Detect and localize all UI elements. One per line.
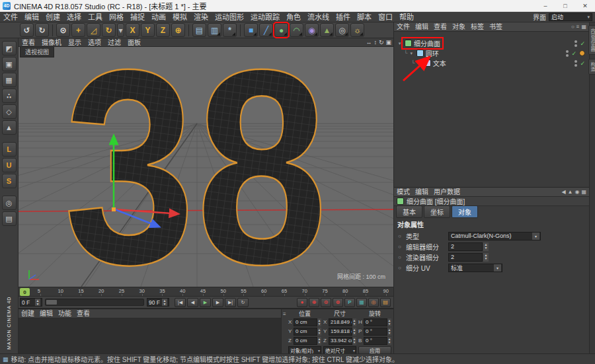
menubar-item-12[interactable]: 角色: [283, 12, 304, 22]
loop-button[interactable]: ↻: [237, 298, 249, 307]
coords-field[interactable]: 0 °: [364, 328, 387, 336]
property-field-2[interactable]: 2: [448, 253, 483, 262]
tab-对象[interactable]: 对象: [452, 205, 478, 218]
prev-frame-button[interactable]: ◀: [187, 298, 198, 307]
stepper-icon[interactable]: ▲▼: [317, 337, 321, 345]
edit-render-settings-button[interactable]: *: [223, 23, 237, 37]
make-editable-button[interactable]: ◩: [2, 41, 17, 55]
visibility-dots-icon[interactable]: [566, 50, 569, 57]
stepper-icon[interactable]: ▲▼: [317, 328, 321, 336]
add-spline-button[interactable]: ╱: [259, 23, 273, 37]
record-scale-button[interactable]: ⊙: [321, 298, 331, 307]
edge-tab-0[interactable]: 内容浏览器: [588, 25, 595, 55]
object-row[interactable]: └▾圆环✓: [394, 48, 589, 58]
coords-field[interactable]: 0 cm: [294, 318, 317, 326]
stepper-icon[interactable]: ▲▼: [483, 242, 489, 251]
menubar-item-7[interactable]: 动画: [148, 12, 169, 22]
object-38-mesh[interactable]: 38: [63, 47, 328, 287]
move-tool-button[interactable]: +: [71, 23, 85, 37]
viewport-menu-2[interactable]: 显示: [65, 38, 85, 47]
material-menu-0[interactable]: 创建: [19, 309, 37, 318]
viewport-canvas[interactable]: 38: [19, 47, 393, 287]
layer-icon[interactable]: ▦: [581, 24, 586, 30]
undo-button[interactable]: ↺: [20, 23, 34, 37]
coords-field[interactable]: 0 °: [364, 318, 387, 326]
tool-extra-button[interactable]: ▤: [2, 211, 17, 226]
visibility-dots-icon[interactable]: [575, 60, 577, 67]
minimize-button[interactable]: –: [536, 0, 555, 12]
enable-axis-button[interactable]: L: [2, 142, 17, 157]
object-main[interactable]: 细分曲面: [403, 38, 442, 48]
tab-基本[interactable]: 基本: [396, 205, 422, 218]
menubar-item-15[interactable]: 脚本: [354, 12, 375, 22]
toggle-panels-icon[interactable]: ▣: [385, 38, 391, 47]
menubar-item-0[interactable]: 文件: [0, 12, 21, 22]
current-frame-field[interactable]: 0 F ▲▼: [20, 298, 42, 307]
om-menu-0[interactable]: 文件: [394, 22, 413, 32]
polygons-mode-button[interactable]: ▲: [2, 120, 17, 135]
viewport-solo-button[interactable]: ◎: [2, 196, 17, 210]
edge-tab-1[interactable]: 构造: [588, 59, 595, 75]
add-light-button[interactable]: ☼: [350, 23, 364, 37]
close-button[interactable]: ✕: [575, 0, 595, 12]
viewport-menu-5[interactable]: 面板: [124, 38, 144, 47]
tab-坐标[interactable]: 坐标: [424, 205, 450, 218]
redo-button[interactable]: ↻: [35, 23, 49, 37]
add-camera-button[interactable]: ◎: [335, 23, 349, 37]
nav-back-icon[interactable]: ◀: [561, 189, 565, 195]
dolly-view-icon[interactable]: ↕: [374, 38, 377, 47]
enabled-check-icon[interactable]: ✓: [580, 40, 585, 47]
om-menu-4[interactable]: 标签: [468, 22, 487, 32]
menubar-item-10[interactable]: 运动图形: [212, 12, 247, 22]
texture-mode-button[interactable]: ▦: [2, 73, 17, 87]
add-floor-button[interactable]: ▲: [320, 23, 334, 37]
coords-field[interactable]: 0 cm: [294, 328, 317, 336]
perspective-viewport[interactable]: 查看摄像机显示选项过滤面板 ↔↕↻▣ 透视视图: [19, 38, 393, 287]
lock-icon[interactable]: ◉: [575, 189, 579, 195]
enable-snap-button[interactable]: U: [2, 158, 17, 172]
menubar-item-14[interactable]: 插件: [333, 12, 354, 22]
menubar-item-6[interactable]: 捕捉: [127, 12, 148, 22]
stepper-icon[interactable]: ▲▼: [387, 337, 391, 345]
keyframe-selection-button[interactable]: ▤: [380, 298, 391, 307]
keyframe-circle-icon[interactable]: ○: [398, 244, 406, 250]
keyframe-circle-icon[interactable]: ○: [398, 254, 406, 260]
menubar-item-9[interactable]: 渲染: [190, 12, 212, 22]
keyframe-circle-icon[interactable]: ○: [398, 265, 406, 271]
maximize-button[interactable]: □: [555, 0, 575, 12]
lock-z-axis-button[interactable]: Z: [156, 23, 170, 37]
recent-tools-button[interactable]: ▾: [117, 23, 124, 37]
stepper-icon[interactable]: ▲▼: [35, 299, 40, 306]
am-menu-1[interactable]: 编辑: [413, 188, 431, 197]
tag-icon[interactable]: [579, 50, 585, 56]
visibility-dots-icon[interactable]: [575, 40, 577, 47]
coords-field[interactable]: 218.849 cm: [329, 318, 352, 326]
stepper-icon[interactable]: ▲▼: [352, 328, 356, 336]
am-menu-2[interactable]: 用户数据: [431, 188, 463, 197]
menubar-item-16[interactable]: 窗口: [375, 12, 396, 22]
lock-y-axis-button[interactable]: Y: [141, 23, 155, 37]
viewport-menu-0[interactable]: 查看: [19, 38, 38, 47]
add-deformer-button[interactable]: ◠: [290, 23, 303, 37]
menubar-item-4[interactable]: 工具: [85, 12, 106, 22]
menubar-item-5[interactable]: 网格: [106, 12, 127, 22]
axis-origin[interactable]: [112, 207, 116, 211]
om-menu-2[interactable]: 查看: [431, 22, 450, 32]
preview-range-slider[interactable]: [45, 299, 144, 306]
viewport-tab[interactable]: 透视视图: [20, 47, 54, 57]
expand-icon[interactable]: ▾: [397, 41, 403, 46]
material-menu-1[interactable]: 编辑: [37, 309, 56, 318]
render-view-button[interactable]: ▤: [192, 23, 206, 37]
object-main[interactable]: 文本: [422, 58, 448, 68]
preview-range-handle[interactable]: [46, 300, 57, 305]
property-dropdown-3[interactable]: 标准▾: [448, 264, 502, 272]
om-menu-1[interactable]: 编辑: [413, 22, 431, 32]
coords-field[interactable]: 0 °: [364, 337, 387, 345]
add-subdivision-surface-button[interactable]: ●: [274, 23, 288, 37]
record-pla-button[interactable]: ▦: [356, 298, 367, 307]
lock-workplane-button[interactable]: S: [2, 174, 17, 188]
property-field-1[interactable]: 2: [448, 242, 483, 251]
menubar-item-3[interactable]: 选择: [63, 12, 85, 22]
next-frame-button[interactable]: ▶: [212, 298, 223, 307]
timeline-playhead[interactable]: 0: [20, 288, 30, 296]
